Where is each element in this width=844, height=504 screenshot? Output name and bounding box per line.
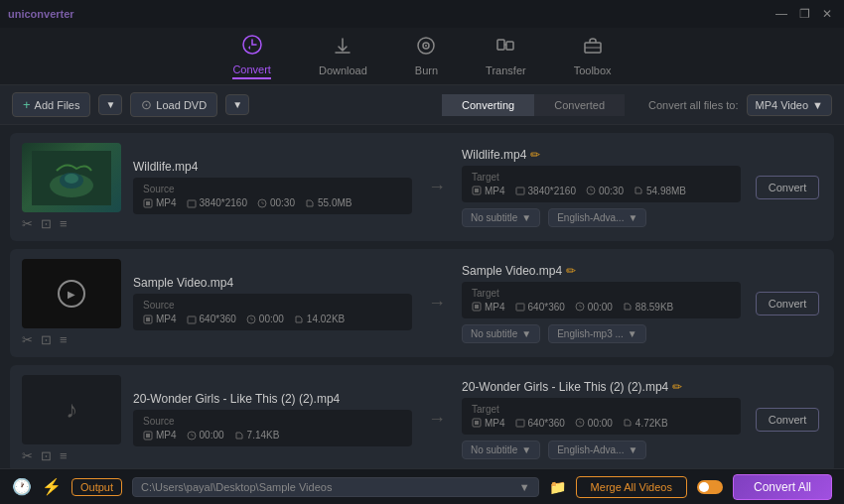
source-res-2: 640*360 <box>187 314 236 324</box>
arrow-3: → <box>424 409 450 430</box>
settings-icon-1[interactable]: ≡ <box>60 216 68 231</box>
play-button-2[interactable]: ▶ <box>58 280 85 308</box>
output-label: Output <box>71 478 122 496</box>
thumbnail-2: ▶ <box>22 259 121 328</box>
tab-converted[interactable]: Converted <box>534 94 625 116</box>
scissors-icon-2[interactable]: ✂ <box>22 332 33 347</box>
svg-rect-18 <box>516 188 524 194</box>
crop-icon-1[interactable]: ⊡ <box>41 216 52 231</box>
arrow-2: → <box>424 293 450 314</box>
nav-download[interactable]: Download <box>319 35 367 78</box>
convert-btn-3[interactable]: Convert <box>756 408 820 432</box>
arrow-1: → <box>424 177 450 197</box>
restore-btn[interactable]: ❐ <box>795 7 814 21</box>
source-label-2: Source <box>143 300 402 311</box>
toolbar: + Add Files ▼ ⊙ Load DVD ▼ Converting Co… <box>0 85 844 125</box>
load-dvd-button[interactable]: ⊙ Load DVD <box>130 92 217 117</box>
target-dur-3: 00:00 <box>575 418 613 429</box>
minimize-btn[interactable]: — <box>772 7 791 21</box>
audio-dropdown-3: ▼ <box>628 444 637 455</box>
merge-toggle[interactable] <box>697 480 723 494</box>
subtitle-select-2[interactable]: No subtitle ▼ <box>462 324 540 343</box>
nav-transfer[interactable]: Transfer <box>486 35 526 78</box>
main-content: ✂ ⊡ ≡ Wildlife.mp4 Source MP4 3840*2160 <box>0 125 844 468</box>
file-name-3: 20-Wonder Girls - Like This (2) (2).mp4 <box>133 392 412 406</box>
convert-btn-1[interactable]: Convert <box>756 176 820 199</box>
edit-icon-3[interactable]: ✏ <box>672 380 682 394</box>
source-size-3: 7.14KB <box>234 430 280 441</box>
target-res-3: 640*360 <box>515 418 565 429</box>
target-res-2: 640*360 <box>515 302 565 313</box>
svg-point-3 <box>425 45 427 47</box>
output-path[interactable]: C:\Users\payal\Desktop\Sample Videos ▼ <box>132 477 539 497</box>
source-size-2: 14.02KB <box>294 314 345 324</box>
svg-rect-5 <box>506 42 513 50</box>
subtitle-select-1[interactable]: No subtitle ▼ <box>462 208 540 227</box>
title-bar: uniconverter — ❐ ✕ <box>0 0 844 28</box>
nav-burn[interactable]: Burn <box>415 35 438 78</box>
nav-convert[interactable]: Convert <box>232 34 271 79</box>
subtitle-select-3[interactable]: No subtitle ▼ <box>462 441 540 459</box>
dvd-icon: ⊙ <box>141 97 152 112</box>
source-dur-3: 00:00 <box>187 430 224 441</box>
convert-all-button[interactable]: Convert All <box>733 474 832 500</box>
app-logo: uniconverter <box>8 8 74 20</box>
svg-rect-21 <box>146 317 150 321</box>
add-files-dropdown[interactable]: ▼ <box>98 94 122 115</box>
file-card-3: ♪ ✂ ⊡ ≡ 20-Wonder Girls - Like This (2) … <box>10 365 834 468</box>
target-box-2: Target MP4 640*360 00:00 <box>462 282 741 318</box>
audio-select-2[interactable]: English-mp3 ... ▼ <box>548 324 646 343</box>
source-box-2: Source MP4 640*360 00:00 <box>133 294 412 330</box>
audio-select-3[interactable]: English-Adva... ▼ <box>548 441 646 459</box>
source-size-1: 55.0MB <box>305 197 352 208</box>
target-box-1: Target MP4 3840*2160 00:30 <box>462 166 741 202</box>
target-section-3: 20-Wonder Girls - Like This (2) (2).mp4 … <box>462 380 741 459</box>
add-files-button[interactable]: + Add Files <box>12 92 90 117</box>
target-label-2: Target <box>472 288 731 299</box>
close-btn[interactable]: ✕ <box>818 7 836 21</box>
subtitle-dropdown-3: ▼ <box>521 444 531 455</box>
toggle-circle <box>699 482 709 492</box>
source-label-3: Source <box>143 416 402 427</box>
crop-icon-3[interactable]: ⊡ <box>41 448 52 463</box>
target-box-3: Target MP4 640*360 00:00 <box>462 398 741 435</box>
nav-download-label: Download <box>319 64 367 76</box>
target-section-2: Sample Video.mp4 ✏ Target MP4 640*360 <box>462 264 741 343</box>
audio-dropdown-2: ▼ <box>628 328 637 339</box>
flash-icon[interactable]: ⚡ <box>42 477 62 496</box>
thumbnail-1 <box>22 143 121 212</box>
load-dvd-dropdown[interactable]: ▼ <box>225 94 249 115</box>
folder-icon[interactable]: 📁 <box>549 479 566 495</box>
file-name-1: Wildlife.mp4 <box>133 160 412 174</box>
edit-icon-1[interactable]: ✏ <box>530 148 540 162</box>
subtitle-dropdown-1: ▼ <box>521 212 531 223</box>
settings-icon-3[interactable]: ≡ <box>60 448 68 463</box>
convert-btn-2[interactable]: Convert <box>756 292 820 315</box>
nav-toolbox-label: Toolbox <box>574 64 612 76</box>
edit-icon-2[interactable]: ✏ <box>566 264 576 278</box>
convert-icon <box>241 34 263 61</box>
scissors-icon-3[interactable]: ✂ <box>22 448 33 463</box>
svg-rect-25 <box>475 305 479 309</box>
audio-select-1[interactable]: English-Adva... ▼ <box>548 208 646 227</box>
window-controls[interactable]: — ❐ ✕ <box>772 7 836 21</box>
target-size-1: 54.98MB <box>633 186 686 196</box>
nav-toolbox[interactable]: Toolbox <box>574 35 612 78</box>
format-selector[interactable]: MP4 Video ▼ <box>747 94 833 116</box>
source-format-1: MP4 <box>143 197 177 208</box>
transfer-icon <box>494 35 516 62</box>
settings-icon-2[interactable]: ≡ <box>60 332 68 347</box>
svg-rect-26 <box>516 304 524 311</box>
clock-icon[interactable]: 🕐 <box>12 477 32 496</box>
source-format-2: MP4 <box>143 314 177 324</box>
merge-all-videos-button[interactable]: Merge All Videos <box>576 476 687 498</box>
tab-converting[interactable]: Converting <box>442 94 534 116</box>
svg-rect-32 <box>475 421 479 425</box>
crop-icon-2[interactable]: ⊡ <box>41 332 52 347</box>
scissors-icon-1[interactable]: ✂ <box>22 216 33 231</box>
target-name-3: 20-Wonder Girls - Like This (2) (2).mp4 <box>462 380 668 394</box>
target-dur-2: 00:00 <box>575 302 613 313</box>
source-box-1: Source MP4 3840*2160 00:30 <box>133 178 412 214</box>
convert-all-label: Convert all files to: <box>648 99 738 111</box>
subtitle-dropdown-2: ▼ <box>521 328 531 339</box>
